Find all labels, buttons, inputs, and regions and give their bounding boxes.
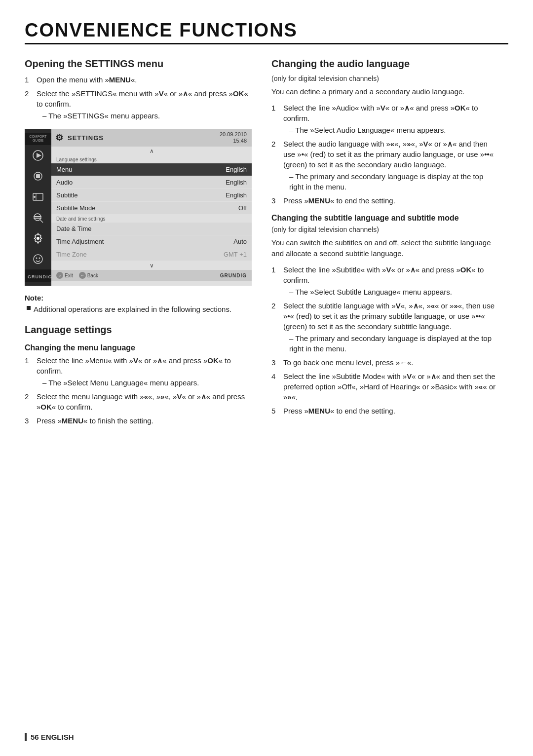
step-item: 2 Select the audio language with »««, »»… bbox=[271, 139, 498, 192]
settings-label: SETTINGS bbox=[68, 134, 104, 142]
tv-row-subtitle-label: Subtitle bbox=[56, 191, 77, 199]
grundig-logo-small: GRUNDIG bbox=[28, 274, 52, 279]
tv-row-subtitle-value: English bbox=[226, 191, 247, 199]
tv-header-title: ⚙ SETTINGS bbox=[55, 132, 104, 143]
tv-sidebar-icon-play bbox=[28, 146, 48, 165]
page-footer: 56 ENGLISH bbox=[25, 733, 74, 741]
svg-rect-10 bbox=[34, 218, 41, 219]
step-sub: – The primary and secondary language is … bbox=[283, 171, 498, 192]
svg-point-13 bbox=[36, 257, 38, 259]
svg-point-6 bbox=[34, 196, 36, 198]
tv-row-audio: Audio English bbox=[51, 176, 252, 189]
exit-circle-icon: ○ bbox=[56, 272, 63, 279]
step-number: 4 bbox=[271, 371, 279, 402]
tv-lang-section-label: Language settings bbox=[51, 155, 252, 163]
subtitle-section-title: Changing the subtitle language and subti… bbox=[271, 214, 498, 223]
step-text: Press »MENU« to end the setting. bbox=[283, 406, 498, 416]
subtitle-section-note: (only for digital television channels) bbox=[271, 226, 498, 233]
tv-header-datetime: 20.09.2010 15:48 bbox=[220, 131, 247, 144]
note-title: Note: bbox=[25, 294, 252, 302]
tv-exit-button: ○ Exit bbox=[56, 272, 73, 279]
svg-rect-9 bbox=[34, 216, 41, 217]
left-column: Opening the SETTINGS menu 1 Open the men… bbox=[25, 58, 252, 431]
tv-row-date-time-label: Date & Time bbox=[56, 225, 92, 232]
step-text: Select the line »Audio« with »V« or »∧« … bbox=[283, 103, 498, 135]
language-section-title: Language settings bbox=[25, 324, 252, 336]
step-sub: – The »Select Menu Language« menu appear… bbox=[37, 378, 252, 388]
tv-header: ⚙ SETTINGS 20.09.2010 15:48 bbox=[51, 129, 252, 147]
svg-point-11 bbox=[37, 237, 39, 240]
step-sub: – The »SETTINGS« menu appears. bbox=[37, 111, 252, 121]
step-item: 1 Select the line »Subtitle« with »V« or… bbox=[271, 265, 498, 297]
step-number: 1 bbox=[25, 75, 33, 85]
tv-sidebar-grundig: GRUNDIG bbox=[25, 269, 51, 282]
settings-icon: ⚙ bbox=[55, 132, 64, 143]
tv-time: 15:48 bbox=[220, 138, 247, 144]
tv-date: 20.09.2010 bbox=[220, 131, 247, 138]
tv-row-time-adj-value: Auto bbox=[233, 238, 247, 245]
svg-marker-1 bbox=[37, 153, 41, 158]
tv-back-button: ← Back bbox=[79, 272, 98, 279]
tv-sidebar-icon-face bbox=[28, 250, 48, 268]
tv-row-audio-value: English bbox=[226, 179, 247, 186]
svg-rect-3 bbox=[36, 174, 40, 178]
step-text: Select the line »Subtitle« with »V« or »… bbox=[283, 265, 498, 297]
tv-row-menu-value: English bbox=[226, 166, 247, 173]
tv-menu-screenshot: COMFORTGUIDE bbox=[25, 129, 252, 286]
tv-sidebar-icon-settings bbox=[28, 229, 48, 248]
menu-language-subsection-title: Changing the menu language bbox=[25, 343, 252, 352]
audio-section-title: Changing the audio language bbox=[271, 58, 498, 70]
tv-row-menu: Menu English bbox=[51, 163, 252, 176]
step-text: Select the audio language with »««, »»«,… bbox=[283, 139, 498, 192]
tv-content-area: ⚙ SETTINGS 20.09.2010 15:48 ∧ Language s… bbox=[51, 129, 252, 286]
step-number: 3 bbox=[271, 357, 279, 368]
tv-row-time-zone-value: GMT +1 bbox=[224, 251, 247, 258]
tv-row-time-adjustment: Time Adjustment Auto bbox=[51, 235, 252, 248]
step-text: Press »MENU« to end the setting. bbox=[283, 195, 498, 206]
step-text: Select the subtitle language with »V«, »… bbox=[283, 301, 498, 354]
tv-row-time-zone-label: Time Zone bbox=[56, 251, 87, 258]
step-number: 5 bbox=[271, 406, 279, 416]
tv-sidebar-icon-search bbox=[28, 208, 48, 227]
step-number: 3 bbox=[271, 195, 279, 206]
tv-date-section-label: Date and time settings bbox=[51, 215, 252, 222]
step-number: 1 bbox=[25, 355, 33, 388]
svg-point-12 bbox=[34, 255, 42, 264]
step-text: Select the menu language with »««, »»«, … bbox=[37, 391, 252, 412]
page-title: CONVENIENCE FUNCTIONS bbox=[25, 20, 508, 44]
tv-row-audio-label: Audio bbox=[56, 179, 73, 186]
step-item: 2 Select the menu language with »««, »»«… bbox=[25, 391, 252, 412]
svg-line-8 bbox=[40, 220, 43, 223]
step-text: Select the line »Menu« with »V« or »∧« a… bbox=[37, 355, 252, 388]
tv-row-date-time: Date & Time bbox=[51, 223, 252, 235]
grundig-logo: GRUNDIG bbox=[220, 273, 247, 278]
tv-scroll-up-indicator: ∧ bbox=[51, 147, 252, 155]
audio-steps: 1 Select the line »Audio« with »V« or »∧… bbox=[271, 103, 498, 206]
tv-row-subtitle-mode-label: Subtitle Mode bbox=[56, 204, 96, 212]
right-column: Changing the audio language (only for di… bbox=[271, 58, 498, 431]
tv-row-subtitle-mode: Subtitle Mode Off bbox=[51, 202, 252, 214]
tv-sidebar-icon-record bbox=[28, 167, 48, 186]
note-item: Additional operations are explained in t… bbox=[25, 304, 252, 314]
step-text: Select the line »Subtitle Mode« with »V«… bbox=[283, 371, 498, 402]
tv-sidebar-icon-media bbox=[28, 188, 48, 206]
step-item: 2 Select the »SETTINGS« menu with »V« or… bbox=[25, 88, 252, 121]
step-item: 1 Select the line »Audio« with »V« or »∧… bbox=[271, 103, 498, 135]
step-text: Open the menu with »MENU«. bbox=[37, 75, 252, 85]
note-bullet bbox=[27, 306, 31, 310]
subtitle-steps: 1 Select the line »Subtitle« with »V« or… bbox=[271, 265, 498, 416]
step-item: 5 Press »MENU« to end the setting. bbox=[271, 406, 498, 416]
opening-steps: 1 Open the menu with »MENU«. 2 Select th… bbox=[25, 75, 252, 121]
svg-point-14 bbox=[39, 257, 40, 259]
step-item: 1 Open the menu with »MENU«. bbox=[25, 75, 252, 85]
language-settings-section: Language settings Changing the menu lang… bbox=[25, 324, 252, 426]
step-sub: – The »Select Audio Language« menu appea… bbox=[283, 125, 498, 135]
tv-sidebar: COMFORTGUIDE bbox=[25, 129, 51, 286]
tv-row-menu-label: Menu bbox=[56, 166, 73, 173]
step-sub: – The »Select Subtitle Language« menu ap… bbox=[283, 287, 498, 297]
note-text: Additional operations are explained in t… bbox=[34, 304, 231, 314]
step-number: 2 bbox=[25, 391, 33, 412]
menu-language-steps: 1 Select the line »Menu« with »V« or »∧«… bbox=[25, 355, 252, 426]
step-item: 3 To go back one menu level, press »←«. bbox=[271, 357, 498, 368]
step-item: 3 Press »MENU« to end the setting. bbox=[271, 195, 498, 206]
